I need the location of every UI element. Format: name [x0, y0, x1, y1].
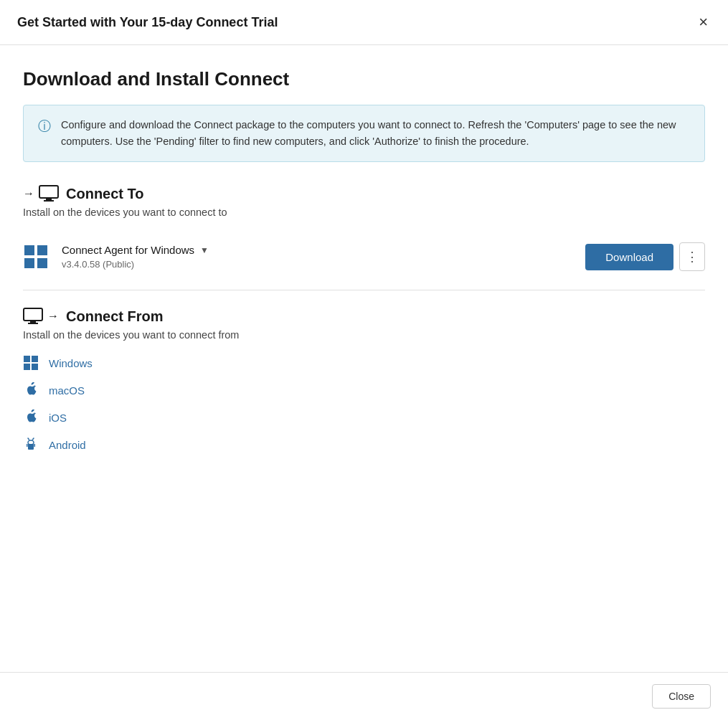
- dialog-footer: Close: [0, 672, 728, 720]
- svg-rect-10: [24, 356, 30, 362]
- connect-to-subtitle: Install on the devices you want to conne…: [23, 207, 705, 218]
- agent-dropdown-arrow[interactable]: ▼: [200, 245, 209, 255]
- dialog-title: Get Started with Your 15-day Connect Tri…: [17, 15, 278, 30]
- section-divider: [23, 290, 705, 290]
- macos-platform-link[interactable]: macOS: [49, 384, 85, 397]
- ios-platform-icon: [23, 409, 39, 425]
- svg-rect-12: [24, 364, 30, 370]
- macos-platform-icon: [23, 382, 39, 398]
- list-item: Android: [23, 437, 705, 453]
- svg-line-18: [33, 438, 34, 440]
- windows-platform-link[interactable]: Windows: [49, 357, 93, 369]
- list-item: macOS: [23, 382, 705, 398]
- agent-info: Connect Agent for Windows ▼ v3.4.0.58 (P…: [62, 244, 572, 270]
- connect-from-label: Connect From: [66, 308, 164, 325]
- svg-rect-5: [24, 258, 34, 268]
- agent-actions: Download ⋮: [585, 242, 705, 271]
- svg-rect-11: [32, 356, 38, 362]
- connect-from-section: → Connect From Install on the devices yo…: [23, 308, 705, 453]
- agent-name-row: Connect Agent for Windows ▼: [62, 244, 572, 256]
- connect-to-heading: → Connect To: [23, 185, 705, 202]
- windows-platform-icon: [23, 355, 39, 371]
- connect-from-subtitle: Install on the devices you want to conne…: [23, 329, 705, 341]
- connect-to-label: Connect To: [66, 186, 144, 202]
- agent-row: Connect Agent for Windows ▼ v3.4.0.58 (P…: [23, 232, 705, 281]
- ios-platform-link[interactable]: iOS: [49, 412, 67, 424]
- svg-rect-0: [39, 186, 58, 198]
- windows-logo-icon: [23, 244, 49, 270]
- monitor-from-icon: [23, 308, 43, 325]
- svg-rect-7: [24, 308, 42, 321]
- list-item: iOS: [23, 409, 705, 425]
- monitor-icon: [39, 185, 59, 202]
- android-platform-icon: [23, 437, 39, 453]
- info-banner: ⓘ Configure and download the Connect pac…: [23, 105, 705, 162]
- platform-list: Windows macOS: [23, 355, 705, 453]
- dialog-header: Get Started with Your 15-day Connect Tri…: [0, 0, 728, 45]
- svg-point-15: [29, 442, 29, 443]
- close-x-button[interactable]: ×: [696, 11, 711, 33]
- download-button[interactable]: Download: [585, 244, 673, 270]
- connect-to-icon: →: [23, 185, 59, 202]
- main-heading: Download and Install Connect: [23, 68, 705, 90]
- agent-name: Connect Agent for Windows: [62, 244, 194, 256]
- android-platform-link[interactable]: Android: [49, 439, 86, 451]
- connect-from-icon: →: [23, 308, 59, 325]
- svg-rect-8: [30, 321, 36, 323]
- svg-rect-2: [44, 200, 54, 202]
- connect-to-section: → Connect To Install on the devices you …: [23, 185, 705, 281]
- info-icon: ⓘ: [38, 118, 51, 150]
- svg-rect-6: [37, 258, 47, 268]
- svg-rect-3: [24, 245, 34, 255]
- main-dialog: Get Started with Your 15-day Connect Tri…: [0, 0, 728, 720]
- svg-rect-4: [37, 245, 47, 255]
- more-options-button[interactable]: ⋮: [679, 242, 705, 271]
- svg-rect-13: [32, 364, 38, 370]
- list-item: Windows: [23, 355, 705, 371]
- info-banner-text: Configure and download the Connect packa…: [61, 117, 690, 150]
- dialog-body: Download and Install Connect ⓘ Configure…: [0, 45, 728, 672]
- svg-rect-1: [46, 198, 52, 200]
- svg-line-17: [28, 438, 29, 440]
- connect-from-heading: → Connect From: [23, 308, 705, 325]
- svg-rect-9: [28, 323, 38, 324]
- close-button[interactable]: Close: [652, 684, 711, 709]
- agent-version: v3.4.0.58 (Public): [62, 259, 572, 270]
- svg-point-16: [32, 442, 32, 443]
